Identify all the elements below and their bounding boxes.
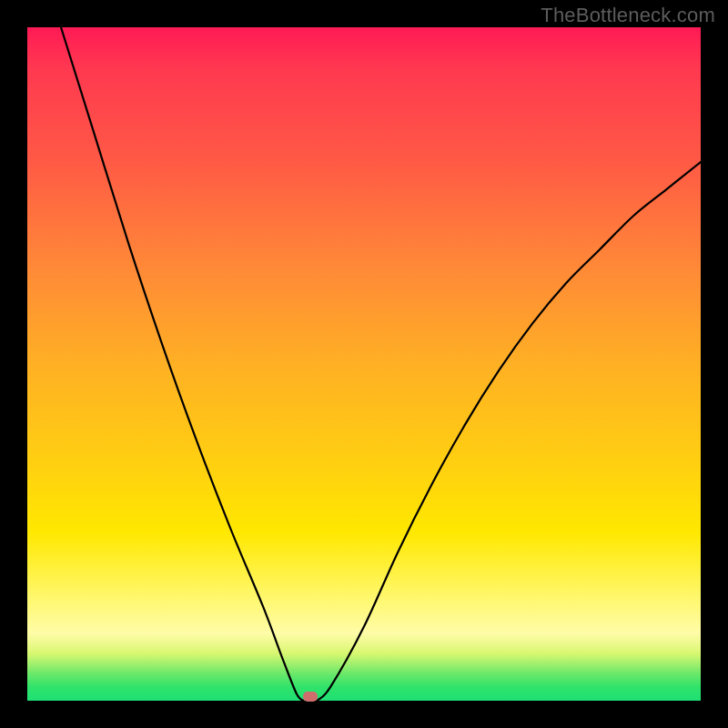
chart-panel <box>27 27 701 701</box>
curve-left-branch <box>61 27 303 701</box>
bottleneck-marker <box>303 692 318 702</box>
chart-frame: TheBottleneck.com <box>0 0 728 728</box>
chart-curve-layer <box>27 27 701 701</box>
watermark-text: TheBottleneck.com <box>541 4 715 27</box>
curve-right-branch <box>317 162 701 701</box>
